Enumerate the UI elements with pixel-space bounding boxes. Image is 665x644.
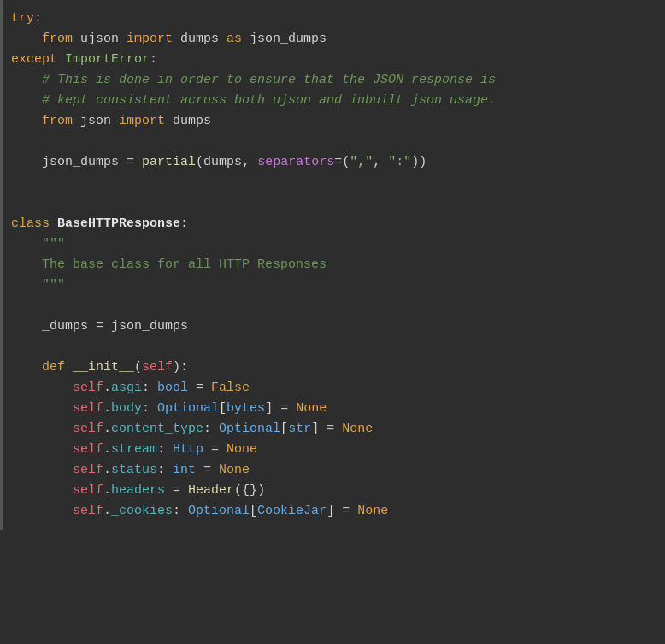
code-token: : (157, 460, 173, 481)
code-token: Optional (219, 419, 280, 440)
code-token: ( (134, 357, 142, 378)
code-token: # This is done in order to ensure that t… (42, 70, 496, 91)
code-token (11, 275, 42, 296)
code-token: json_dumps (42, 152, 127, 173)
code-token: # kept consistent across both ujson and … (42, 91, 496, 111)
code-token (11, 419, 73, 440)
code-line (3, 296, 665, 316)
code-token (11, 481, 73, 501)
code-token: self (73, 399, 103, 419)
code-token: : (203, 419, 219, 440)
code-token: "," (350, 152, 373, 173)
code-line: self.status: int = None (3, 460, 665, 481)
code-token: as (227, 29, 242, 50)
code-token: = (188, 378, 211, 399)
code-token: self (73, 501, 103, 522)
code-token: _cookies (111, 501, 173, 522)
code-token: , (242, 152, 257, 173)
code-line: self._cookies: Optional[CookieJar] = Non… (3, 501, 665, 522)
code-token: separators (257, 152, 334, 173)
code-line: except ImportError: (3, 50, 665, 70)
code-token: _dumps (42, 316, 96, 337)
code-token: self (73, 419, 103, 440)
code-token: body (111, 399, 142, 419)
code-token: : (173, 501, 188, 522)
code-token: None (357, 501, 388, 522)
code-token: from (42, 111, 73, 132)
code-token: )) (411, 152, 427, 173)
code-token: ":" (388, 152, 411, 173)
code-token: = (203, 440, 227, 460)
code-line: json_dumps = partial(dumps, separators=(… (3, 152, 665, 173)
code-token: Http (173, 440, 203, 460)
code-token: None (342, 419, 373, 440)
code-token: ({ (234, 481, 250, 501)
code-token: : (34, 9, 42, 29)
code-token: import (119, 111, 165, 132)
code-token: except (11, 50, 57, 70)
code-token: None (227, 440, 257, 460)
code-line: _dumps = json_dumps (3, 316, 665, 337)
code-token: """ (42, 234, 65, 255)
code-token (11, 255, 42, 275)
code-token: BaseHTTPResponse (57, 214, 180, 234)
code-token: def (42, 357, 65, 378)
code-line: self.content_type: Optional[str] = None (3, 419, 665, 440)
code-token: status (111, 460, 157, 481)
code-token: = (165, 481, 188, 501)
code-line: self.stream: Http = None (3, 440, 665, 460)
code-token (57, 50, 65, 70)
code-token: self (73, 440, 103, 460)
code-token: str (288, 419, 311, 440)
code-token: ( (196, 152, 203, 173)
code-token: json_dumps (103, 316, 188, 337)
code-token: import (127, 29, 173, 50)
code-token (11, 234, 42, 255)
code-token (50, 214, 57, 234)
code-token: . (103, 378, 111, 399)
code-token: : (157, 440, 173, 460)
code-token: int (173, 460, 196, 481)
code-token (11, 29, 42, 50)
code-token: . (103, 460, 111, 481)
code-token: [ (250, 501, 257, 522)
code-token: } (250, 481, 257, 501)
code-token: = (196, 460, 219, 481)
code-token: The base class for all HTTP Responses (42, 255, 327, 275)
code-token: ] = (327, 501, 357, 522)
code-line: # kept consistent across both ujson and … (3, 91, 665, 111)
code-token: ): (173, 357, 188, 378)
code-line: class BaseHTTPResponse: (3, 214, 665, 234)
code-token: . (103, 440, 111, 460)
code-token: ) (257, 481, 265, 501)
code-token: . (103, 399, 111, 419)
code-token: stream (111, 440, 157, 460)
code-token: self (73, 378, 103, 399)
code-token: : (180, 214, 188, 234)
code-token: None (296, 399, 327, 419)
code-token: from (42, 29, 73, 50)
code-token: =( (334, 152, 350, 173)
code-token: self (73, 481, 103, 501)
code-line: self.headers = Header({}) (3, 481, 665, 501)
code-token: ] = (265, 399, 296, 419)
code-token (65, 357, 73, 378)
code-token (11, 378, 73, 399)
code-token: = (127, 152, 134, 173)
code-token: Optional (188, 501, 250, 522)
code-token: dumps (173, 29, 227, 50)
code-token (11, 91, 42, 111)
code-line: from json import dumps (3, 111, 665, 132)
code-line: # This is done in order to ensure that t… (3, 70, 665, 91)
code-line: try: (3, 9, 665, 29)
code-token (11, 316, 42, 337)
code-token: False (211, 378, 250, 399)
code-token (11, 357, 42, 378)
code-line: """ (3, 275, 665, 296)
code-token: : (142, 399, 157, 419)
code-token: CookieJar (257, 501, 327, 522)
code-line: """ (3, 234, 665, 255)
code-token: Header (188, 481, 234, 501)
code-token: content_type (111, 419, 203, 440)
code-token: dumps (165, 111, 211, 132)
